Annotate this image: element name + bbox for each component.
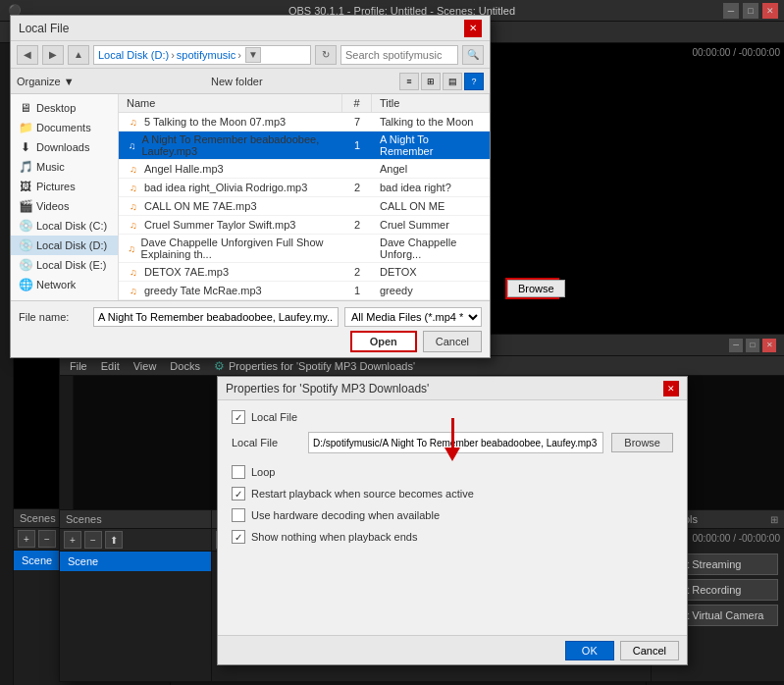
nav-music[interactable]: 🎵Music (11, 157, 118, 177)
mp3-icon-selected: ♫ (127, 138, 137, 152)
path-dropdown-button[interactable]: ▼ (245, 47, 261, 63)
cancel-button[interactable]: Cancel (423, 331, 482, 352)
nav-disk-c[interactable]: 💿Local Disk (C:) (11, 216, 118, 236)
file-dialog-close-button[interactable]: ✕ (464, 20, 482, 37)
up-button[interactable]: ▲ (68, 45, 89, 65)
search-input[interactable] (340, 45, 458, 65)
file-cell-num (342, 204, 372, 208)
local-file-field-label: Local File (232, 437, 300, 448)
view-tiles-button[interactable]: ⊞ (421, 73, 441, 90)
file-cell-name: ♫bad idea right_Olivia Rodrigo.mp3 (119, 179, 342, 196)
obs2-add-scene-button[interactable]: + (64, 531, 81, 549)
file-dialog-nav: 🖥Desktop 📁Documents ⬇Downloads 🎵Music 🖼P… (11, 94, 119, 300)
props-cancel-button[interactable]: Cancel (620, 641, 679, 660)
obs2-move-scene-button[interactable]: ⬆ (105, 531, 123, 549)
view-options: ≡ ⊞ ▤ ? (399, 73, 484, 90)
obs2-maximize-button[interactable]: □ (746, 339, 759, 352)
col-num-header[interactable]: # (342, 94, 372, 112)
file-dialog-content: 🖥Desktop 📁Documents ⬇Downloads 🎵Music 🖼P… (11, 94, 490, 300)
obs2-menu-file[interactable]: File (64, 359, 93, 373)
path-separator: › (171, 49, 175, 61)
obs2-minimize-button[interactable]: ─ (729, 339, 743, 352)
open-button[interactable]: Open (350, 331, 417, 352)
maximize-button[interactable]: □ (743, 3, 758, 19)
obs2-menu-docks[interactable]: Docks (164, 359, 206, 373)
obs2-properties-tab[interactable]: ⚙ Properties for 'Spotify MP3 Downloads' (208, 358, 421, 374)
nav-documents[interactable]: 📁Documents (11, 118, 118, 137)
minimize-button[interactable]: ─ (723, 3, 739, 19)
nav-network[interactable]: 🌐Network (11, 275, 118, 294)
loop-checkbox[interactable] (232, 465, 245, 479)
file-row[interactable]: ♫Cruel Summer Taylor Swift.mp3 2 Cruel S… (119, 216, 490, 235)
path-bar: Local Disk (D:) › spotifymusic › ▼ (93, 45, 311, 65)
forward-button[interactable]: ▶ (42, 45, 64, 65)
back-button[interactable]: ◀ (17, 45, 38, 65)
obs2-menu-edit[interactable]: Edit (95, 359, 126, 373)
file-dialog-titlebar: Local File ✕ (11, 16, 490, 41)
local-file-checkbox[interactable] (232, 410, 245, 424)
restart-label: Restart playback when source becomes act… (251, 488, 474, 500)
obs2-scene-item[interactable]: Scene (60, 552, 211, 571)
restart-checkbox[interactable] (232, 487, 245, 501)
browse-button-top[interactable]: Browse (507, 280, 565, 297)
nav-videos[interactable]: 🎬Videos (11, 196, 118, 216)
path-segment-disk[interactable]: Local Disk (D:) (98, 49, 169, 61)
obs2-remove-scene-button[interactable]: − (84, 531, 102, 549)
view-details-button[interactable]: ≡ (399, 73, 419, 90)
downloads-icon: ⬇ (19, 140, 32, 154)
file-cell-num (342, 167, 372, 171)
col-name-header[interactable]: Name (119, 94, 342, 112)
nav-desktop[interactable]: 🖥Desktop (11, 98, 118, 118)
show-nothing-label: Show nothing when playback ends (251, 531, 417, 543)
file-row-selected[interactable]: ♫A Night To Remember beabadoobee, Laufey… (119, 132, 490, 160)
file-row[interactable]: ♫Angel Halle.mp3 Angel (119, 160, 490, 179)
arrow-shaft (451, 418, 454, 448)
new-folder-button[interactable]: New folder (211, 76, 263, 87)
loop-row: Loop (232, 465, 673, 479)
close-button[interactable]: ✕ (762, 3, 778, 19)
file-cell-title: Cruel Summer (372, 217, 490, 233)
nav-disk-e[interactable]: 💿Local Disk (E:) (11, 255, 118, 275)
properties-dialog: Properties for 'Spotify MP3 Downloads' ✕… (217, 376, 688, 665)
scenes-label: Scenes (20, 512, 56, 524)
props-close-button[interactable]: ✕ (663, 381, 679, 396)
file-row[interactable]: ♫Dave Chappelle Unforgiven Full Show Exp… (119, 235, 490, 263)
organize-button[interactable]: Organize ▼ (17, 76, 75, 87)
file-cell-title: CALL ON ME (372, 198, 490, 214)
filetype-select[interactable]: All Media Files (*.mp4 *.m4v *... (344, 307, 482, 327)
disk-c-icon: 💿 (19, 219, 32, 233)
obs2-menu-view[interactable]: View (128, 359, 163, 373)
refresh-button[interactable]: ↻ (315, 45, 337, 65)
file-row[interactable]: ♫CALL ON ME 7AE.mp3 CALL ON ME (119, 197, 490, 216)
view-list-button[interactable]: ▤ (443, 73, 462, 90)
search-button[interactable]: 🔍 (462, 45, 484, 65)
add-scene-button[interactable]: + (18, 530, 35, 548)
file-row[interactable]: ♫5 Talking to the Moon 07.mp3 7 Talking … (119, 113, 490, 132)
nav-downloads[interactable]: ⬇Downloads (11, 137, 118, 157)
show-nothing-checkbox[interactable] (232, 530, 245, 544)
hardware-row: Use hardware decoding when available (232, 508, 673, 522)
nav-disk-d[interactable]: 💿Local Disk (D:) (11, 236, 118, 255)
props-browse-button[interactable]: Browse (611, 433, 673, 452)
hardware-checkbox[interactable] (232, 508, 245, 522)
filename-input[interactable] (93, 307, 339, 327)
props-dialog-bottom: OK Cancel (218, 635, 687, 664)
file-row[interactable]: ♫greedy Tate McRae.mp3 1 greedy (119, 282, 490, 300)
obs2-scenes-label: Scenes (66, 513, 102, 525)
file-cell-name: ♫DETOX 7AE.mp3 (119, 263, 342, 281)
remove-scene-button[interactable]: − (38, 530, 56, 548)
obs2-close-button[interactable]: ✕ (762, 339, 776, 352)
file-cell-title-selected: A Night To Remember (372, 132, 490, 159)
file-open-dialog: Local File ✕ ◀ ▶ ▲ Local Disk (D:) › spo… (10, 15, 491, 358)
music-icon: 🎵 (19, 160, 32, 174)
path-segment-folder[interactable]: spotifymusic (177, 49, 236, 61)
help-button[interactable]: ? (464, 73, 484, 90)
obs2-scenes-toolbar: + − ⬆ (60, 529, 211, 552)
file-row[interactable]: ♫bad idea right_Olivia Rodrigo.mp3 2 bad… (119, 179, 490, 197)
props-ok-button[interactable]: OK (565, 641, 614, 660)
nav-pictures[interactable]: 🖼Pictures (11, 177, 118, 196)
file-cell-name: ♫CALL ON ME 7AE.mp3 (119, 197, 342, 215)
col-title-header[interactable]: Title (372, 94, 490, 112)
file-cell-name: ♫greedy Tate McRae.mp3 (119, 282, 342, 299)
file-row[interactable]: ♫DETOX 7AE.mp3 2 DETOX (119, 263, 490, 282)
